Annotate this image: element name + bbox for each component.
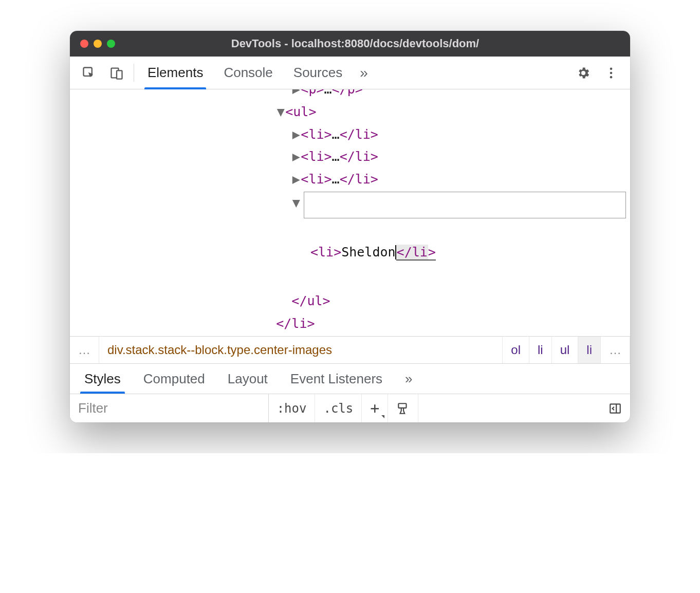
tab-console[interactable]: Console [213,57,283,89]
dom-node-li-collapsed[interactable]: ▶<li>…</li> [70,168,630,191]
inspect-element-icon[interactable] [75,57,103,89]
svg-point-4 [610,71,613,74]
tab-computed[interactable]: Computed [132,364,216,394]
styles-filter-input[interactable] [70,394,269,422]
device-toolbar-icon[interactable] [103,57,131,89]
styles-filter-bar: :hov .cls + [70,394,630,422]
tab-elements[interactable]: Elements [137,57,213,89]
dom-node-editing[interactable]: ▼ <li>Sheldon</li> [70,192,630,282]
svg-point-3 [610,67,613,70]
dom-node-ul-open[interactable]: ▼<ul> [70,101,630,123]
new-style-rule-button[interactable]: + [362,394,388,422]
styles-panel-tabs: Styles Computed Layout Event Listeners » [70,364,630,394]
more-styles-tabs-icon[interactable]: » [394,364,423,394]
breadcrumb-item-main[interactable]: div.stack.stack--block.type.center-image… [99,337,503,363]
kebab-menu-icon[interactable] [597,66,625,80]
dom-node-li-collapsed[interactable]: ▶<li>…</li> [70,335,630,336]
breadcrumb-item-selected[interactable]: li [578,337,601,363]
fullscreen-window-button[interactable] [107,40,115,48]
traffic-lights [80,40,115,48]
close-window-button[interactable] [80,40,88,48]
settings-icon[interactable] [569,66,597,80]
breadcrumb-ellipsis-right[interactable]: … [601,337,630,363]
devtools-window: DevTools - localhost:8080/docs/devtools/… [70,31,630,422]
svg-rect-6 [399,403,407,408]
breadcrumb-ellipsis-left[interactable]: … [70,337,99,363]
hov-toggle-button[interactable]: :hov [269,394,316,422]
dom-node-li-collapsed[interactable]: ▶<li>…</li> [70,123,630,146]
breadcrumb-item-ul[interactable]: ul [552,337,579,363]
svg-rect-2 [117,70,122,79]
dom-node-li-close[interactable]: </li> [70,312,630,335]
paint-brush-icon[interactable] [388,394,418,422]
tab-event-listeners[interactable]: Event Listeners [279,364,394,394]
breadcrumb-item-li[interactable]: li [529,337,552,363]
tab-layout[interactable]: Layout [216,364,279,394]
toggle-computed-sidebar-icon[interactable] [600,394,630,422]
tab-sources[interactable]: Sources [283,57,353,89]
panel-tabs: Elements Console Sources » [137,57,375,89]
divider [134,64,134,82]
dom-node-li-collapsed[interactable]: ▶<li>…</li> [70,145,630,168]
svg-point-5 [610,76,613,78]
dom-tree[interactable]: ▶<p>…</p> ▼<ul> ▶<li>…</li> ▶<li>…</li> … [70,89,630,336]
main-toolbar: Elements Console Sources » [70,57,630,89]
titlebar: DevTools - localhost:8080/docs/devtools/… [70,31,630,57]
cls-toggle-button[interactable]: .cls [315,394,362,422]
dom-node-truncated[interactable]: ▶<p>…</p> [70,89,630,101]
html-edit-input[interactable]: <li>Sheldon</li> [304,192,626,218]
window-title: DevTools - localhost:8080/docs/devtools/… [121,37,620,50]
breadcrumb: … div.stack.stack--block.type.center-ima… [70,336,630,364]
tab-styles[interactable]: Styles [73,364,132,394]
minimize-window-button[interactable] [94,40,102,48]
more-tabs-icon[interactable]: » [353,57,375,89]
breadcrumb-item-ol[interactable]: ol [503,337,529,363]
